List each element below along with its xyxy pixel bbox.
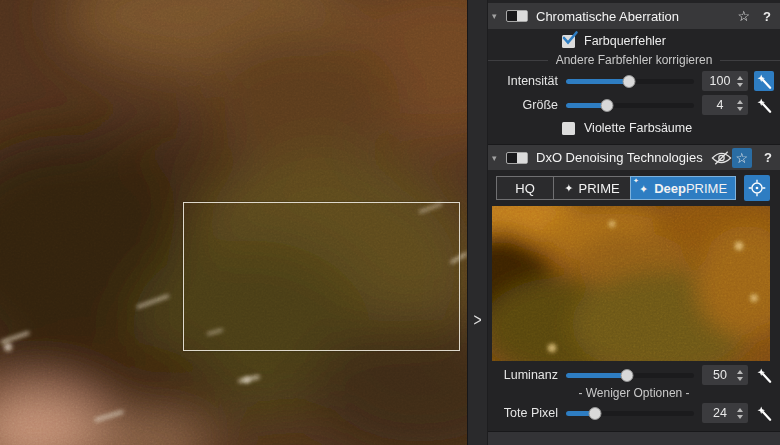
groesse-slider[interactable] xyxy=(566,99,694,112)
intensitaet-label: Intensität xyxy=(496,74,558,88)
less-options-link[interactable]: - Weniger Optionen - xyxy=(488,386,780,401)
collapse-panel-chevron[interactable]: > xyxy=(468,310,487,330)
spin-up-icon[interactable] xyxy=(737,408,743,412)
luminanz-magic-wand-button[interactable] xyxy=(754,365,774,385)
denoise-mode-selector: HQ ✦ PRIME ✦ ✦ Deep PRIME xyxy=(496,175,770,201)
section-title: Chromatische Aberration xyxy=(536,9,679,24)
mode-button-hq[interactable]: HQ xyxy=(496,176,554,200)
spinner-arrows[interactable] xyxy=(735,370,748,381)
collapse-triangle-icon[interactable]: ▾ xyxy=(492,153,503,163)
groesse-value-spinbox[interactable]: 4 xyxy=(702,95,748,115)
toggle-knob xyxy=(517,11,527,21)
eye-slash-icon[interactable] xyxy=(711,151,732,165)
luminanz-slider[interactable] xyxy=(566,369,694,382)
toggle-knob xyxy=(517,153,527,163)
tote-pixel-magic-wand-button[interactable] xyxy=(754,403,774,423)
farbquerfehler-checkbox[interactable] xyxy=(562,35,575,48)
crosshair-target-icon xyxy=(748,179,766,197)
luminanz-value[interactable]: 50 xyxy=(702,368,735,382)
preview-position-target-button[interactable] xyxy=(744,175,770,201)
mode-button-deepprime-active[interactable]: ✦ ✦ Deep PRIME xyxy=(630,176,736,200)
sparkle-icon: ✦ ✦ xyxy=(639,182,648,195)
slider-thumb[interactable] xyxy=(621,369,634,382)
spin-up-icon[interactable] xyxy=(737,76,743,80)
prime-label: PRIME xyxy=(579,181,620,196)
luminanz-row: Luminanz 50 xyxy=(496,364,774,386)
magic-wand-icon xyxy=(757,406,772,421)
intensitaet-magic-wand-button[interactable] xyxy=(754,71,774,91)
favorite-star-icon: ☆ xyxy=(735,151,748,165)
tote-pixel-value-spinbox[interactable]: 24 xyxy=(702,403,748,423)
intensitaet-value[interactable]: 100 xyxy=(702,74,735,88)
checkmark-icon xyxy=(562,31,578,45)
violette-row: Violette Farbsäume xyxy=(562,119,780,137)
groesse-label: Größe xyxy=(496,98,558,112)
magic-wand-icon xyxy=(757,74,772,89)
favorite-star-button-active[interactable]: ☆ xyxy=(732,148,752,168)
spin-down-icon[interactable] xyxy=(737,377,743,381)
groesse-magic-wand-button[interactable] xyxy=(754,95,774,115)
violette-label: Violette Farbsäume xyxy=(584,121,692,135)
spin-up-icon[interactable] xyxy=(737,370,743,374)
luminanz-value-spinbox[interactable]: 50 xyxy=(702,365,748,385)
next-section-partial-header xyxy=(488,431,780,445)
spinner-arrows[interactable] xyxy=(735,76,748,87)
section-title: DxO Denoising Technologies xyxy=(536,150,703,165)
panel-splitter[interactable]: > xyxy=(467,0,488,445)
collapse-triangle-icon[interactable]: ▾ xyxy=(492,11,503,21)
intensitaet-slider[interactable] xyxy=(566,75,694,88)
denoise-preview-selection-rect[interactable] xyxy=(183,202,460,351)
dxo-photolab-window: > ▾ Chromatische Aberration ☆ ? Farbquer… xyxy=(0,0,780,445)
deepprime-label-rest: PRIME xyxy=(686,181,727,196)
luminanz-label: Luminanz xyxy=(496,368,558,382)
help-icon[interactable]: ? xyxy=(762,9,772,24)
tote-pixel-label: Tote Pixel xyxy=(496,406,558,420)
tote-pixel-value[interactable]: 24 xyxy=(702,406,735,420)
sparkle-icon: ✦ xyxy=(564,183,573,194)
section-header-denoising[interactable]: ▾ DxO Denoising Technologies ☆ ? xyxy=(488,144,780,170)
help-icon[interactable]: ? xyxy=(764,150,772,165)
spin-down-icon[interactable] xyxy=(737,107,743,111)
magic-wand-icon xyxy=(757,368,772,383)
violette-checkbox[interactable] xyxy=(562,122,575,135)
tote-pixel-row: Tote Pixel 24 xyxy=(496,402,774,424)
mode-button-prime[interactable]: ✦ PRIME xyxy=(553,176,631,200)
farbquerfehler-label: Farbquerfehler xyxy=(584,34,666,48)
spin-up-icon[interactable] xyxy=(737,100,743,104)
hq-label: HQ xyxy=(515,181,535,196)
spin-down-icon[interactable] xyxy=(737,415,743,419)
intensitaet-value-spinbox[interactable]: 100 xyxy=(702,71,748,91)
deepprime-label-bold: Deep xyxy=(654,181,686,196)
tote-pixel-slider[interactable] xyxy=(566,407,694,420)
groesse-value[interactable]: 4 xyxy=(702,98,735,112)
divider-label: Andere Farbfehler korrigieren xyxy=(556,53,713,67)
corrections-panel: ▾ Chromatische Aberration ☆ ? Farbquerfe… xyxy=(488,0,780,445)
slider-thumb[interactable] xyxy=(600,99,613,112)
other-color-errors-divider: Andere Farbfehler korrigieren xyxy=(488,52,780,68)
denoise-preview-thumbnail[interactable] xyxy=(492,206,770,361)
spinner-arrows[interactable] xyxy=(735,100,748,111)
farbquerfehler-row: Farbquerfehler xyxy=(562,32,780,50)
slider-thumb[interactable] xyxy=(622,75,635,88)
magic-wand-icon xyxy=(757,98,772,113)
groesse-row: Größe 4 xyxy=(496,94,774,116)
section-header-chromatic-aberration[interactable]: ▾ Chromatische Aberration ☆ ? xyxy=(488,3,780,29)
chromatic-enable-toggle[interactable] xyxy=(506,10,528,22)
intensitaet-row: Intensität 100 xyxy=(496,70,774,92)
slider-thumb[interactable] xyxy=(589,407,602,420)
denoising-enable-toggle[interactable] xyxy=(506,152,528,164)
photo-viewer[interactable] xyxy=(0,0,467,445)
spinner-arrows[interactable] xyxy=(735,408,748,419)
favorite-star-icon[interactable]: ☆ xyxy=(737,9,750,23)
spin-down-icon[interactable] xyxy=(737,83,743,87)
